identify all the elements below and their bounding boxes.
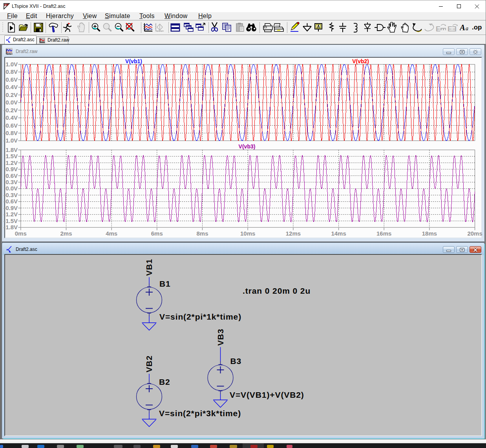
svg-text:VB2: VB2 xyxy=(144,355,153,373)
svg-text:a: a xyxy=(466,26,468,31)
svg-text:-0.9V: -0.9V xyxy=(4,205,18,211)
svg-text:16ms: 16ms xyxy=(376,230,391,237)
svg-text:.op: .op xyxy=(472,24,482,31)
svg-text:B1: B1 xyxy=(159,279,171,288)
svg-text:0.2V: 0.2V xyxy=(5,91,18,98)
svg-text:8ms: 8ms xyxy=(196,230,208,237)
svg-text:-0.6V: -0.6V xyxy=(4,122,18,129)
svg-text:0.8V: 0.8V xyxy=(5,68,18,75)
svg-text:-0.8V: -0.8V xyxy=(4,130,18,136)
svg-text:V(vb1): V(vb1) xyxy=(125,58,142,64)
svg-text:14ms: 14ms xyxy=(331,230,346,237)
svg-text:10ms: 10ms xyxy=(240,230,255,237)
svg-text:0.6V: 0.6V xyxy=(5,76,18,83)
svg-text:4ms: 4ms xyxy=(106,230,117,237)
svg-text:A: A xyxy=(460,23,465,32)
svg-text:0.0V: 0.0V xyxy=(5,99,18,106)
svg-text:6ms: 6ms xyxy=(151,230,163,237)
svg-text:A: A xyxy=(317,24,320,29)
svg-text:1.5V: 1.5V xyxy=(5,153,18,159)
svg-text:E: E xyxy=(448,25,452,33)
svg-text:1.2V: 1.2V xyxy=(5,159,18,166)
svg-text:V(vb2): V(vb2) xyxy=(352,58,369,64)
svg-text:V=V(VB1)+V(VB2): V=V(VB1)+V(VB2) xyxy=(230,390,304,399)
svg-text:0.0V: 0.0V xyxy=(5,185,18,192)
svg-text:-0.3V: -0.3V xyxy=(4,192,18,198)
svg-text:B2: B2 xyxy=(159,377,170,386)
svg-text:20ms: 20ms xyxy=(467,230,482,237)
svg-text:1.0V: 1.0V xyxy=(5,61,18,68)
svg-text:0.4V: 0.4V xyxy=(5,84,18,90)
svg-text:2ms: 2ms xyxy=(60,230,72,237)
svg-text:-1.0V: -1.0V xyxy=(4,137,18,144)
svg-text:VB1: VB1 xyxy=(144,259,153,276)
svg-text:.tran 0 20m 0 2u: .tran 0 20m 0 2u xyxy=(243,286,311,295)
svg-text:1.8V: 1.8V xyxy=(5,146,18,153)
svg-text:VB3: VB3 xyxy=(216,329,225,346)
svg-text:V(vb3): V(vb3) xyxy=(239,143,256,150)
svg-text:-0.2V: -0.2V xyxy=(4,107,18,113)
svg-text:-1.2V: -1.2V xyxy=(4,211,18,218)
svg-text:B3: B3 xyxy=(230,357,242,366)
svg-text:12ms: 12ms xyxy=(286,230,301,237)
svg-text:0ms: 0ms xyxy=(15,230,27,237)
svg-text:E: E xyxy=(452,25,457,33)
svg-text:-0.6V: -0.6V xyxy=(4,198,18,205)
svg-text:-0.4V: -0.4V xyxy=(4,114,18,121)
svg-text:0.3V: 0.3V xyxy=(5,179,18,185)
svg-text:V=sin(2*pi*3k*time): V=sin(2*pi*3k*time) xyxy=(159,409,241,418)
svg-text:-1.5V: -1.5V xyxy=(4,218,18,224)
svg-text:0.6V: 0.6V xyxy=(5,172,18,179)
svg-text:V=sin(2*pi*1k*time): V=sin(2*pi*1k*time) xyxy=(159,312,241,321)
svg-text:0.9V: 0.9V xyxy=(5,166,18,172)
svg-text:18ms: 18ms xyxy=(422,230,437,237)
svg-text:E: E xyxy=(436,25,440,33)
svg-text:-1.8V: -1.8V xyxy=(4,224,18,230)
